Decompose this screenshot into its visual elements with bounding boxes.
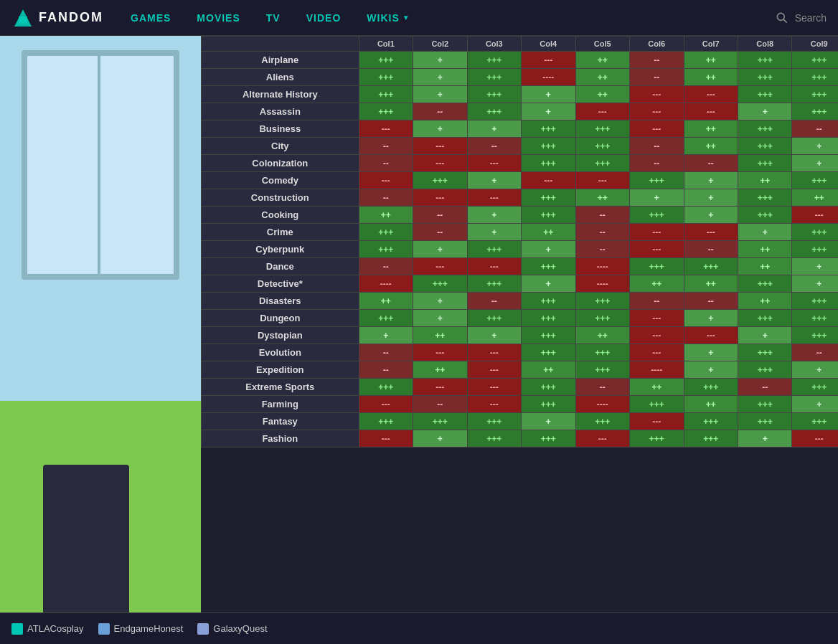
table-cell: -- [359, 155, 413, 172]
table-cell: +++ [467, 413, 521, 430]
table-row: City-------++++++--++++++ [202, 138, 839, 155]
table-row: Dystopian+++++++++------++++ [202, 327, 839, 344]
table-cell: + [684, 207, 738, 224]
table-cell: + [792, 396, 838, 413]
tab-icon-atlacosplay [11, 623, 23, 635]
table-cell: -- [413, 396, 467, 413]
table-cell: ---- [575, 275, 629, 293]
table-cell: --- [413, 155, 467, 172]
table-cell: +++ [684, 379, 738, 396]
table-cell: -- [575, 241, 629, 258]
table-cell: --- [630, 224, 684, 241]
row-genre-name: Airplane [202, 52, 359, 69]
table-cell: -- [413, 207, 467, 224]
window-decoration [22, 50, 179, 280]
table-area[interactable]: Col1 Col2 Col3 Col4 Col5 Col6 Col7 Col8 … [201, 36, 838, 644]
table-cell: +++ [467, 275, 521, 293]
row-genre-name: Business [202, 120, 359, 138]
table-cell: +++ [575, 293, 629, 310]
table-cell: + [522, 86, 575, 103]
tab-icon-galaxyquest [197, 623, 209, 635]
bottom-tab-endgame[interactable]: EndgameHonest [98, 623, 184, 635]
logo-area[interactable]: FANDOM [11, 6, 103, 29]
col-header-6: Col6 [630, 37, 684, 52]
table-row: Crime+++--+++--------++++ [202, 224, 839, 241]
row-genre-name: Aliens [202, 69, 359, 86]
nav-wikis[interactable]: WIKIS ▼ [361, 12, 415, 24]
table-cell: -- [413, 224, 467, 241]
col-header-9: Col9 [792, 37, 838, 52]
table-cell: ---- [575, 396, 629, 413]
table-cell: ++ [630, 275, 684, 293]
table-cell: + [738, 430, 791, 448]
main-content: Col1 Col2 Col3 Col4 Col5 Col6 Col7 Col8 … [0, 36, 838, 644]
table-cell: ++ [792, 189, 838, 207]
table-cell: --- [467, 189, 521, 207]
table-cell: -- [792, 344, 838, 361]
table-cell: --- [359, 430, 413, 448]
table-cell: ++ [575, 327, 629, 344]
table-cell: +++ [522, 207, 575, 224]
table-row: Fashion---+++++++---+++++++--- [202, 430, 839, 448]
row-genre-name: Extreme Sports [202, 379, 359, 396]
nav-games[interactable]: GAMES [125, 12, 176, 24]
search-area[interactable]: Search [775, 11, 827, 25]
table-cell: ++ [575, 86, 629, 103]
table-cell: ++ [522, 361, 575, 379]
table-cell: ++ [684, 275, 738, 293]
table-cell: + [467, 224, 521, 241]
tab-label-galaxyquest: GalaxyQuest [213, 623, 267, 634]
table-cell: -- [359, 138, 413, 155]
row-genre-name: Colonization [202, 155, 359, 172]
nav-tv[interactable]: TV [260, 12, 286, 24]
table-cell: --- [575, 172, 629, 189]
col-header-7: Col7 [684, 37, 738, 52]
table-cell: ---- [630, 361, 684, 379]
table-cell: +++ [359, 224, 413, 241]
row-genre-name: City [202, 138, 359, 155]
nav-video[interactable]: VIDEO [301, 12, 347, 24]
table-cell: + [413, 69, 467, 86]
table-cell: --- [630, 327, 684, 344]
row-genre-name: Dystopian [202, 327, 359, 344]
table-cell: +++ [522, 430, 575, 448]
table-cell: -- [359, 258, 413, 275]
table-cell: -- [467, 138, 521, 155]
table-cell: -- [630, 293, 684, 310]
table-cell: +++ [522, 310, 575, 327]
table-cell: --- [359, 120, 413, 138]
table-cell: + [522, 275, 575, 293]
bottom-tab-galaxyquest[interactable]: GalaxyQuest [197, 623, 267, 635]
row-genre-name: Farming [202, 396, 359, 413]
table-row: Comedy---++++------+++++++++ [202, 172, 839, 189]
table-cell: +++ [359, 52, 413, 69]
table-cell: +++ [738, 52, 791, 69]
fandom-logo-icon [11, 6, 34, 29]
table-cell: +++ [792, 103, 838, 120]
table-cell: + [684, 172, 738, 189]
col-header-genre [202, 37, 359, 52]
table-cell: ---- [575, 258, 629, 275]
table-cell: +++ [359, 69, 413, 86]
table-cell: ---- [522, 69, 575, 86]
col-header-1: Col1 [359, 37, 413, 52]
table-cell: --- [630, 344, 684, 361]
table-cell: +++ [738, 413, 791, 430]
table-cell: + [467, 327, 521, 344]
nav-movies[interactable]: MOVIES [191, 12, 245, 24]
table-cell: +++ [359, 241, 413, 258]
bottom-bar: ATLACosplay EndgameHonest GalaxyQuest [0, 612, 838, 644]
table-cell: +++ [467, 241, 521, 258]
search-label[interactable]: Search [795, 12, 827, 24]
table-cell: +++ [738, 310, 791, 327]
bottom-tab-atlacosplay[interactable]: ATLACosplay [11, 623, 84, 635]
table-cell: +++ [522, 138, 575, 155]
table-cell: +++ [413, 172, 467, 189]
table-cell: + [413, 241, 467, 258]
table-row: Dungeon+++++++++++++---+++++++ [202, 310, 839, 327]
table-cell: +++ [467, 86, 521, 103]
table-cell: +++ [792, 52, 838, 69]
table-cell: + [792, 155, 838, 172]
table-cell: +++ [738, 138, 791, 155]
table-cell: --- [413, 258, 467, 275]
